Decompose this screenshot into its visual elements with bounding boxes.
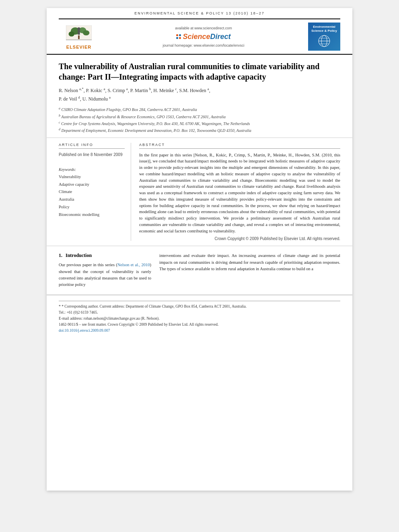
sciencedirect-wordmark: ScienceDirect	[183, 33, 230, 41]
intro-left-text: Our previous paper in this series (Nelso…	[59, 262, 151, 288]
abstract-header: Abstract	[139, 143, 340, 149]
svg-rect-5	[78, 35, 80, 39]
keyword-bioeconomic: Bioeconomic modelling	[59, 211, 125, 219]
svg-point-6	[77, 27, 80, 30]
keyword-climate: Climate	[59, 188, 125, 196]
svg-point-3	[69, 31, 75, 37]
footer-area: * * Corresponding author. Current addres…	[47, 295, 352, 337]
footer-issn: 1462-9011/$ – see front matter. Crown Co…	[59, 322, 340, 328]
badge-title: Environmental Science & Policy	[310, 25, 339, 33]
sciencedirect-logo: ScienceDirect	[176, 33, 230, 41]
corresponding-note: * * Corresponding author. Current addres…	[59, 304, 340, 322]
elsevier-logo: ELSEVIER	[59, 23, 99, 51]
page: Environmental Science & Policy 13 (2010)…	[47, 8, 352, 491]
sd-dots-icon	[176, 34, 181, 39]
elsevier-wordmark: ELSEVIER	[66, 45, 91, 49]
body-right-col: interventions and evaluate their impact.…	[159, 253, 340, 288]
section-heading: 1. Introduction	[59, 253, 151, 259]
svg-rect-7	[78, 30, 80, 35]
authors: R. Nelson a,*, P. Kokic a, S. Crimp a, P…	[59, 86, 340, 103]
keyword-adaptive-capacity: Adaptive capacity	[59, 181, 125, 189]
journal-header: Environmental Science & Policy 13 (2010)…	[47, 8, 352, 17]
center-logo-area: available at www.sciencedirect.com Scien…	[99, 26, 308, 47]
article-info-header: Article Info	[59, 143, 125, 149]
section-number: 1.	[59, 253, 62, 259]
doi-link[interactable]: doi:10.1016/j.envsci.2009.09.007	[59, 329, 110, 333]
journal-url: journal homepage: www.elsevier.com/locat…	[162, 43, 244, 47]
svg-point-4	[83, 30, 89, 35]
section-title: Introduction	[66, 253, 92, 259]
footer-doi: doi:10.1016/j.envsci.2009.09.007	[59, 328, 340, 334]
body-content: 1. Introduction Our previous paper in th…	[47, 246, 352, 294]
body-left-col: 1. Introduction Our previous paper in th…	[59, 253, 151, 288]
keyword-policy: Policy	[59, 203, 125, 211]
keyword-vulnerability: Vulnerability	[59, 173, 125, 181]
article-info-abstract: Article Info Published on line 8 Novembe…	[47, 138, 352, 246]
keywords-list: Vulnerability Adaptive capacity Climate …	[59, 173, 125, 219]
article-title: The vulnerability of Australian rural co…	[59, 61, 340, 82]
email-link[interactable]: rohan.nelson@climatechange.gov.au	[84, 316, 140, 320]
nelson-ref-link[interactable]: Nelson et al., 2010	[117, 263, 150, 267]
published-date: Published on line 8 November 2009	[59, 152, 125, 158]
email-label: E-mail address:	[59, 316, 82, 320]
article-info-col: Article Info Published on line 8 Novembe…	[59, 143, 131, 241]
keywords-label: Keywords:	[59, 167, 125, 172]
abstract-text: In the first paper in this series [Nelso…	[139, 152, 340, 234]
globe-icon	[317, 34, 331, 48]
title-area: The vulnerability of Australian rural co…	[47, 55, 352, 138]
available-text: available at www.sciencedirect.com	[175, 26, 232, 30]
intro-right-text: interventions and evaluate their impact.…	[159, 253, 340, 272]
affiliations: a CSIRO Climate Adaptation Flagship, GPO…	[59, 106, 340, 134]
copyright: Crown Copyright © 2009 Published by Else…	[139, 236, 340, 241]
journal-badge: Environmental Science & Policy	[308, 23, 340, 51]
abstract-col: Abstract In the first paper in this seri…	[139, 143, 340, 241]
elsevier-tree-icon	[63, 24, 95, 44]
keyword-australia: Australia	[59, 196, 125, 203]
logo-area: ELSEVIER available at www.sciencedirect.…	[47, 19, 352, 55]
